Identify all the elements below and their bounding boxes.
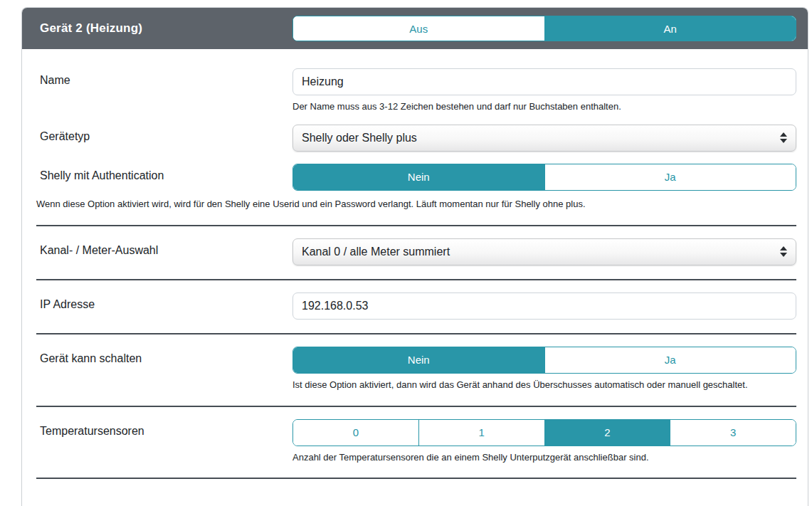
device-settings-card: Gerät 2 (Heizung) Aus An Name Der Name m… bbox=[21, 7, 808, 506]
tempsensors-option-0[interactable]: 0 bbox=[293, 420, 418, 446]
tempsensors-help-text: Anzahl der Temperatursensoren die an ein… bbox=[292, 451, 796, 465]
tempsensors-row: Temperatursensoren 0 1 2 3 Anzahl der Te… bbox=[22, 419, 808, 465]
switchable-label: Gerät kann schalten bbox=[40, 347, 292, 365]
channel-selected-value: Kanal 0 / alle Meter summiert bbox=[302, 246, 780, 258]
divider bbox=[36, 406, 796, 407]
auth-toggle: Nein Ja bbox=[292, 164, 796, 191]
channel-select[interactable]: Kanal 0 / alle Meter summiert bbox=[292, 238, 796, 265]
device-power-toggle: Aus An bbox=[292, 16, 796, 41]
auth-label: Shelly mit Authentication bbox=[40, 164, 292, 182]
tempsensors-option-2[interactable]: 2 bbox=[544, 420, 670, 446]
divider bbox=[36, 225, 796, 226]
divider bbox=[36, 478, 796, 479]
device-title: Gerät 2 (Heizung) bbox=[40, 21, 292, 36]
channel-label: Kanal- / Meter-Auswahl bbox=[40, 238, 292, 257]
switchable-help-text: Ist diese Option aktiviert, dann wird da… bbox=[292, 379, 762, 392]
devicetype-selected-value: Shelly oder Shelly plus bbox=[302, 132, 780, 144]
name-help-text: Der Name muss aus 3-12 Zeichen bestehen … bbox=[292, 100, 796, 114]
auth-help-text: Wenn diese Option aktiviert wird, wird f… bbox=[22, 198, 808, 211]
devicetype-label: Gerätetyp bbox=[40, 125, 292, 143]
name-row: Name Der Name muss aus 3-12 Zeichen best… bbox=[22, 68, 808, 114]
tempsensors-option-3[interactable]: 3 bbox=[670, 420, 796, 446]
switchable-toggle: Nein Ja bbox=[292, 347, 796, 374]
switchable-yes-button[interactable]: Ja bbox=[544, 347, 796, 373]
power-off-button[interactable]: Aus bbox=[293, 16, 544, 41]
divider bbox=[36, 279, 796, 280]
tempsensors-option-1[interactable]: 1 bbox=[418, 420, 544, 446]
ip-label: IP Adresse bbox=[40, 292, 292, 311]
tempsensors-segmented-control: 0 1 2 3 bbox=[292, 419, 796, 446]
devicetype-row: Gerätetyp Shelly oder Shelly plus bbox=[22, 125, 808, 152]
auth-no-button[interactable]: Nein bbox=[293, 164, 544, 190]
card-header: Gerät 2 (Heizung) Aus An bbox=[22, 8, 808, 49]
select-stepper-icon bbox=[780, 246, 787, 257]
devicetype-select[interactable]: Shelly oder Shelly plus bbox=[292, 125, 796, 152]
auth-row: Shelly mit Authentication Nein Ja bbox=[22, 164, 808, 191]
switchable-row: Gerät kann schalten Nein Ja Ist diese Op… bbox=[22, 347, 808, 392]
name-label: Name bbox=[40, 68, 292, 87]
switchable-no-button[interactable]: Nein bbox=[293, 347, 544, 373]
ip-row: IP Adresse bbox=[22, 292, 808, 320]
select-stepper-icon bbox=[780, 132, 787, 143]
auth-yes-button[interactable]: Ja bbox=[544, 164, 796, 190]
tempsensors-label: Temperatursensoren bbox=[40, 419, 292, 438]
channel-row: Kanal- / Meter-Auswahl Kanal 0 / alle Me… bbox=[22, 238, 808, 265]
name-input[interactable] bbox=[292, 68, 796, 95]
divider bbox=[36, 333, 796, 334]
ip-address-input[interactable] bbox=[292, 292, 796, 320]
power-on-button[interactable]: An bbox=[544, 16, 796, 41]
